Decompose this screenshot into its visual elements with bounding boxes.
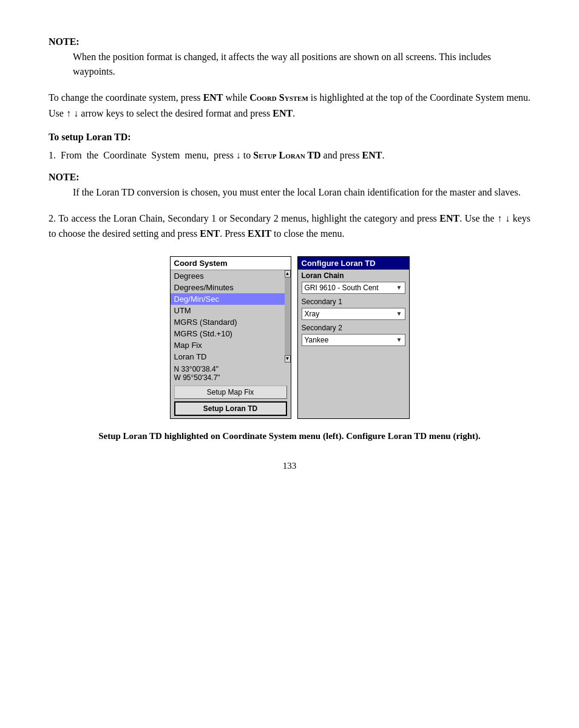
figure-caption: Setup Loran TD highlighted on Coordinate… — [49, 430, 530, 443]
note-text-1: When the position format is changed, it … — [49, 50, 530, 79]
coord-item-utm: UTM — [171, 305, 285, 316]
coord-item-mgrs-std: MGRS (Standard) — [171, 316, 285, 328]
coord-menu-scrollbar-area: Degrees Degrees/Minutes Deg/Min/Sec UTM … — [171, 270, 291, 362]
section-heading-loran: To setup Loran TD: — [49, 132, 530, 143]
coord-system-menu: Coord System Degrees Degrees/Minutes Deg… — [170, 256, 291, 419]
secondary2-arrow-icon: ▼ — [396, 336, 402, 343]
loran-chain-label: Loran Chain — [298, 270, 409, 281]
setup-map-fix-button[interactable]: Setup Map Fix — [174, 386, 287, 399]
loran-chain-value: GRI 9610 - South Cent — [305, 284, 379, 292]
secondary1-dropdown[interactable]: Xray ▼ — [302, 308, 405, 320]
coord-menu-items: Degrees Degrees/Minutes Deg/Min/Sec UTM … — [171, 270, 285, 362]
coord-n: N 33°00'38.4" — [174, 365, 287, 373]
note-block-1: NOTE: When the position format is change… — [49, 36, 530, 79]
configure-loran-td-menu: Configure Loran TD Loran Chain GRI 9610 … — [297, 256, 410, 419]
body-paragraph-1: To change the coordinate system, press E… — [49, 90, 530, 121]
page-number: 133 — [49, 461, 530, 471]
note-label-1: NOTE: — [49, 36, 530, 47]
secondary1-value: Xray — [305, 310, 320, 318]
scrollbar-up-icon[interactable]: ▲ — [285, 270, 291, 277]
note-block-2: NOTE: If the Loran TD conversion is chos… — [49, 172, 530, 200]
coord-menu-title: Coord System — [171, 257, 291, 270]
step-1-text: 1. From the Coordinate System menu, pres… — [49, 148, 530, 163]
secondary2-label: Secondary 2 — [298, 322, 409, 333]
note-label-2: NOTE: — [49, 172, 530, 183]
coord-item-deg-min: Degrees/Minutes — [171, 282, 285, 293]
coord-display-n: N 33°00'38.4" W 95°50'34.7" — [171, 362, 291, 383]
loran-chain-dropdown[interactable]: GRI 9610 - South Cent ▼ — [302, 282, 405, 294]
scrollbar-down-icon[interactable]: ▼ — [285, 355, 291, 362]
setup-loran-td-button[interactable]: Setup Loran TD — [174, 401, 287, 416]
coord-item-deg-min-sec: Deg/Min/Sec — [171, 293, 285, 305]
config-bottom-spacer — [298, 349, 409, 353]
step-2-text: 2. To access the Loran Chain, Secondary … — [49, 211, 530, 242]
coord-item-map-fix: Map Fix — [171, 339, 285, 351]
screenshot-container: Coord System Degrees Degrees/Minutes Deg… — [49, 256, 530, 419]
coord-item-degrees: Degrees — [171, 270, 285, 282]
secondary2-value: Yankee — [305, 336, 329, 344]
coord-w: W 95°50'34.7" — [174, 373, 287, 382]
coord-item-loran-td: Loran TD — [171, 351, 285, 362]
secondary2-dropdown[interactable]: Yankee ▼ — [302, 334, 405, 346]
config-menu-title: Configure Loran TD — [298, 257, 409, 270]
secondary1-arrow-icon: ▼ — [396, 310, 402, 317]
note-text-2: If the Loran TD conversion is chosen, yo… — [49, 185, 530, 200]
coord-menu-scrollbar: ▲ ▼ — [285, 270, 291, 362]
coord-item-mgrs-std10: MGRS (Std.+10) — [171, 328, 285, 339]
loran-chain-arrow-icon: ▼ — [396, 284, 402, 291]
secondary1-label: Secondary 1 — [298, 296, 409, 307]
